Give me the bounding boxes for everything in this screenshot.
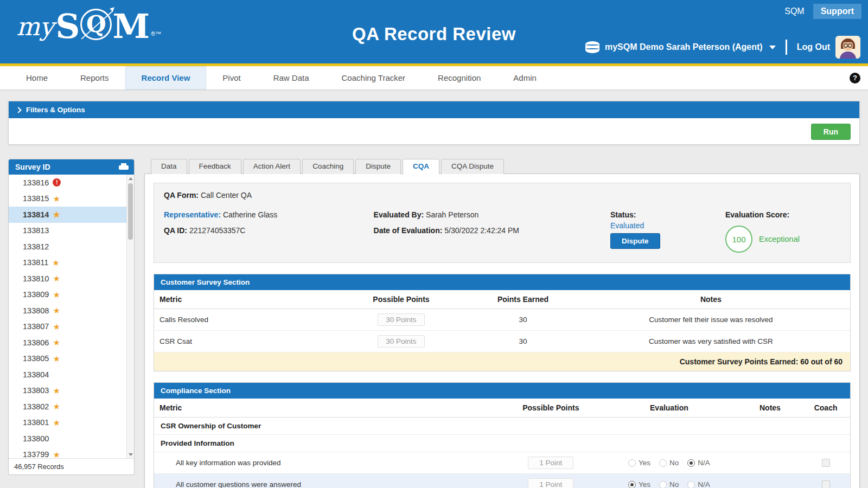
survey-id-row[interactable]: 133812 [9, 239, 134, 255]
survey-id-label: 133799 [23, 450, 49, 459]
survey-id-label: 133800 [23, 434, 49, 443]
column-header-possible-points: Possible Points [502, 399, 600, 418]
radio-option-no[interactable]: No [659, 480, 679, 488]
scrollbar[interactable] [126, 175, 134, 458]
dispute-button[interactable]: Dispute [610, 233, 660, 249]
run-button[interactable]: Run [811, 124, 851, 140]
qa-col-representative: Representative: Catherine Glass QA ID: 2… [164, 210, 374, 253]
evaluated-by-label: Evaluated By: [374, 210, 424, 219]
survey-id-row[interactable]: 133801 [9, 415, 134, 431]
points-earned-cell: 30 [474, 331, 572, 352]
survey-id-row-selected[interactable]: 133814 [9, 207, 134, 223]
radio-icon [659, 459, 667, 467]
tab-cqa-dispute[interactable]: CQA Dispute [441, 159, 504, 174]
qa-col-score: Evaluation Score: 100 Exceptional [725, 210, 840, 253]
compliance-row: All customer questions were answered 1 P… [154, 474, 850, 488]
coach-checkbox[interactable] [822, 480, 830, 488]
radio-label: Yes [639, 480, 650, 488]
star-icon [53, 210, 60, 219]
qa-col-status: Status: Evaluated Dispute [610, 210, 725, 253]
nav-item-raw-data[interactable]: Raw Data [257, 66, 326, 89]
score-rating: Exceptional [759, 235, 800, 243]
qa-form-row: QA Form: Call Center QA [164, 191, 840, 200]
survey-id-row[interactable]: 133815 [9, 191, 134, 207]
user-menu[interactable]: mySQM Demo Sarah Peterson (Agent) [605, 42, 763, 52]
nav-item-admin[interactable]: Admin [497, 66, 553, 89]
scrollbar-thumb[interactable] [128, 183, 133, 240]
evaluation-radio-group: Yes No N/A [605, 480, 733, 488]
survey-id-row[interactable]: 133799 [9, 447, 134, 459]
nav-item-reports[interactable]: Reports [64, 66, 125, 89]
survey-id-title: Survey ID [15, 163, 50, 171]
survey-id-row[interactable]: 133803 [9, 383, 134, 399]
survey-id-row[interactable]: 133800 [9, 431, 134, 447]
survey-id-header: Survey ID [9, 159, 134, 175]
star-icon [53, 338, 60, 346]
radio-icon [687, 481, 695, 488]
sqm-link[interactable]: SQM [784, 7, 804, 16]
evaluation-score-label: Evaluation Score: [725, 210, 840, 219]
survey-id-row[interactable]: 133810 [9, 271, 134, 287]
avatar[interactable] [835, 36, 860, 59]
star-icon [53, 451, 60, 459]
nav-item-record-view[interactable]: Record View [125, 66, 207, 89]
nav-item-recognition[interactable]: Recognition [422, 66, 497, 89]
chevron-down-icon[interactable] [769, 46, 776, 49]
logout-button[interactable]: Log Out [797, 42, 830, 52]
survey-id-row[interactable]: 133816 [9, 175, 134, 191]
survey-id-row[interactable]: 133807 [9, 319, 134, 335]
nav-item-pivot[interactable]: Pivot [206, 66, 257, 89]
filters-body: Run [9, 118, 859, 144]
evaluation-cell: Yes No N/A [599, 452, 739, 474]
nav-item-home[interactable]: Home [10, 66, 64, 89]
tab-action-alert[interactable]: Action Alert [243, 159, 301, 174]
radio-option-yes[interactable]: Yes [628, 459, 650, 467]
coach-checkbox[interactable] [822, 459, 830, 467]
survey-id-row[interactable]: 133806 [9, 335, 134, 351]
radio-option-no[interactable]: No [659, 459, 679, 467]
cqa-panel: QA Form: Call Center QA Representative: … [144, 174, 860, 488]
print-icon[interactable] [119, 163, 129, 171]
star-icon [53, 306, 60, 314]
survey-id-label: 133801 [23, 418, 49, 427]
survey-id-row[interactable]: 133808 [9, 303, 134, 319]
radio-option-na[interactable]: N/A [687, 480, 710, 488]
survey-id-row[interactable]: 133811 [9, 255, 134, 271]
qa-form-value: Call Center QA [201, 191, 252, 200]
evaluated-by-value: Sarah Peterson [426, 210, 478, 219]
survey-id-row[interactable]: 133805 [9, 351, 134, 367]
representative-label: Representative: [164, 210, 221, 219]
star-icon [52, 259, 59, 267]
evaluation-radio-group: Yes No N/A [605, 459, 733, 467]
status-value[interactable]: Evaluated [610, 221, 725, 230]
survey-points-summary: Customer Survey Points Earned: 60 out of… [154, 352, 850, 371]
score-display: 100 Exceptional [725, 226, 840, 253]
main-nav: Home Reports Record View Pivot Raw Data … [0, 66, 868, 90]
filters-options-toggle[interactable]: Filters & Options [9, 101, 859, 118]
survey-id-row[interactable]: 133804 [9, 367, 134, 383]
survey-id-label: 133816 [23, 178, 49, 187]
survey-id-row[interactable]: 133802 [9, 399, 134, 415]
user-menu-bar: mySQM Demo Sarah Peterson (Agent) Log Ou… [585, 36, 860, 59]
scroll-up-icon[interactable] [127, 175, 134, 182]
nav-item-coaching-tracker[interactable]: Coaching Tracker [326, 66, 422, 89]
survey-id-sidebar: Survey ID 133816 133815 133814 133813 13… [8, 159, 135, 475]
radio-option-yes[interactable]: Yes [628, 480, 650, 488]
scroll-down-icon[interactable] [127, 451, 134, 458]
qa-col-evaluation: Evaluated By: Sarah Peterson Date of Eva… [374, 210, 610, 253]
tab-coaching[interactable]: Coaching [302, 159, 354, 174]
tab-feedback[interactable]: Feedback [189, 159, 241, 174]
survey-summary-row: Customer Survey Points Earned: 60 out of… [154, 352, 850, 371]
tab-data[interactable]: Data [151, 159, 187, 174]
support-button[interactable]: Support [813, 4, 861, 19]
help-icon[interactable]: ? [850, 73, 860, 84]
radio-icon [628, 459, 636, 467]
star-icon [53, 355, 60, 363]
survey-id-row[interactable]: 133809 [9, 287, 134, 303]
survey-id-row[interactable]: 133813 [9, 223, 134, 239]
tab-cqa[interactable]: CQA [403, 159, 439, 174]
radio-option-na[interactable]: N/A [687, 459, 710, 467]
tab-dispute[interactable]: Dispute [355, 159, 401, 174]
possible-points-cell: 1 Point [502, 452, 600, 474]
column-header-coach: Coach [801, 399, 850, 418]
